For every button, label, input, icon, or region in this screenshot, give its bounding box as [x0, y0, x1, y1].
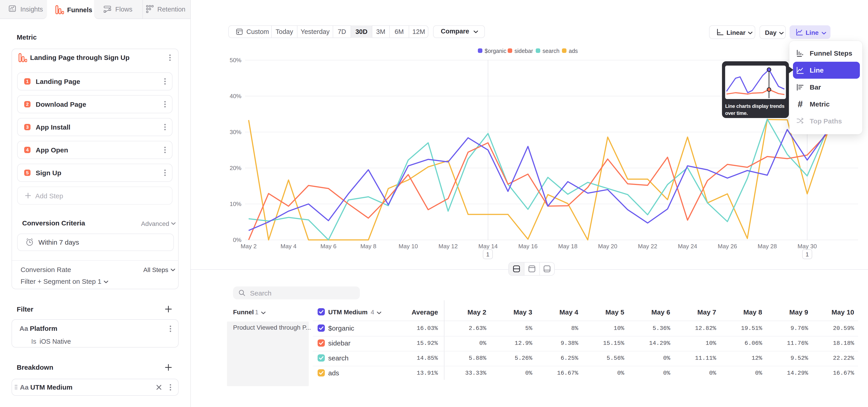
svg-text:May 2: May 2 [241, 243, 257, 250]
svg-text:May 24: May 24 [678, 243, 697, 250]
svg-text:May 14: May 14 [478, 243, 498, 250]
svg-text:May 4: May 4 [281, 243, 297, 250]
svg-text:30%: 30% [230, 129, 241, 135]
svg-text:May 12: May 12 [438, 243, 458, 250]
svg-text:50%: 50% [230, 57, 241, 64]
svg-text:May 28: May 28 [758, 243, 777, 250]
svg-text:20%: 20% [230, 165, 241, 171]
svg-text:40%: 40% [230, 93, 241, 99]
svg-text:May 6: May 6 [320, 243, 337, 250]
svg-text:May 16: May 16 [518, 243, 537, 250]
svg-text:0%: 0% [233, 237, 241, 243]
svg-text:May 20: May 20 [598, 243, 617, 250]
svg-text:May 30: May 30 [798, 243, 817, 250]
svg-text:May 10: May 10 [399, 243, 418, 250]
svg-text:May 26: May 26 [718, 243, 737, 250]
svg-text:May 18: May 18 [558, 243, 577, 250]
svg-text:May 8: May 8 [360, 243, 376, 250]
svg-text:May 22: May 22 [638, 243, 657, 250]
svg-text:10%: 10% [230, 200, 241, 207]
